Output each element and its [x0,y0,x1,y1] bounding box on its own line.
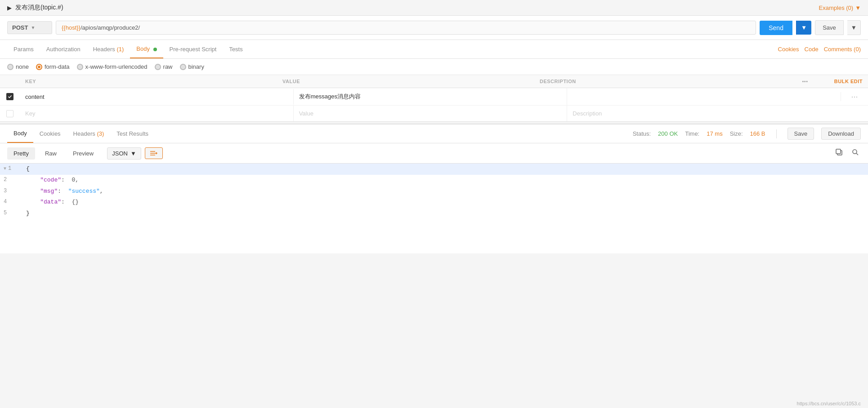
request-tabs-bar: Params Authorization Headers (1) Body Pr… [0,40,868,59]
response-tabs-bar: Body Cookies Headers (3) Test Results St… [0,124,868,143]
bulk-edit-button[interactable]: Bulk Edit [819,75,868,88]
cookies-link[interactable]: Cookies [778,46,799,53]
tab-headers[interactable]: Headers (1) [87,40,130,58]
size-value: 166 B [750,130,765,137]
col-key: KEY [20,75,277,88]
examples-button[interactable]: Examples (0) ▼ [819,4,861,11]
send-button[interactable]: Send [760,21,792,35]
copy-button[interactable] [834,147,845,160]
json-select-chevron-icon: ▼ [130,150,136,157]
col-value: VALUE [277,75,534,88]
wrap-icon [150,150,158,156]
row-value-cell[interactable]: 发布messages消息内容 [294,88,568,105]
empty-row-checkbox [0,106,20,121]
radio-form-data-icon [36,64,42,70]
code-line-1: ▼ 1 { [0,164,868,175]
code-line-4: 4 "data": {} [0,197,868,208]
save-dropdown-button[interactable]: ▼ [847,20,861,35]
row-checkbox-cell[interactable] [0,89,20,104]
resp-tab-test-results[interactable]: Test Results [110,125,155,142]
time-value: 17 ms [707,130,722,137]
response-toolbar: Pretty Raw Preview JSON ▼ [0,143,868,164]
tab-tests[interactable]: Tests [223,40,249,58]
row-checkbox-checked[interactable] [6,93,13,100]
format-pretty[interactable]: Pretty [7,147,35,160]
col-more[interactable]: ••• [792,75,819,88]
table-empty-row: Key Value Description [0,106,868,121]
line-num-1: ▼ 1 [0,164,22,174]
body-type-bar: none form-data x-www-form-urlencoded raw… [0,59,868,75]
radio-binary[interactable]: binary [180,63,204,70]
method-chevron-icon: ▼ [31,25,35,30]
radio-x-www-icon [77,64,83,70]
wrap-button[interactable] [145,147,163,159]
format-raw[interactable]: Raw [39,147,63,160]
tab-prerequest[interactable]: Pre-request Script [163,40,223,58]
row-more-cell[interactable]: ··· [841,89,868,105]
resp-tab-headers[interactable]: Headers (3) [67,125,111,142]
svg-point-5 [853,150,857,154]
code-link[interactable]: Code [805,46,819,53]
tab-params[interactable]: Params [7,40,40,58]
line-num-2: 2 [0,175,22,185]
response-download-button[interactable]: Download [821,128,861,140]
line-num-5: 5 [0,208,22,218]
bottom-status-url: https://bcs.cn/user/c/c/1053.c [797,399,861,408]
status-value: 200 OK [658,130,678,137]
url-template-part: {{host}} [62,24,81,31]
search-button[interactable] [850,147,861,160]
col-checkbox [0,75,20,88]
method-select[interactable]: POST ▼ [7,21,52,34]
json-format-select[interactable]: JSON ▼ [107,147,141,160]
line-num-4: 4 [0,197,22,207]
empty-row-more [841,110,868,117]
table-row: content 发布messages消息内容 ··· [0,88,868,106]
response-code-area: ▼ 1 { 2 "code": 0, 3 "msg": "success", 4… [0,164,868,253]
body-dot-indicator [153,48,157,51]
radio-none[interactable]: none [7,63,29,70]
toolbar-right-icons [834,147,861,160]
svg-rect-4 [836,149,841,154]
code-line-3: 3 "msg": "success", [0,186,868,197]
radio-none-icon [7,64,13,70]
form-table: KEY VALUE DESCRIPTION ••• Bulk Edit cont… [0,75,868,122]
collapse-arrow[interactable]: ▶ [7,4,12,11]
resp-tab-cookies[interactable]: Cookies [33,125,67,142]
request-title: 发布消息(topic.#) [15,4,815,12]
url-input[interactable]: {{host}}/apios/amqp/produce2/ [56,21,756,35]
code-line-2: 2 "code": 0, [0,175,868,186]
empty-key-cell[interactable]: Key [20,106,294,121]
radio-raw-icon [155,64,161,70]
tab-body[interactable]: Body [130,40,163,58]
resp-tab-body[interactable]: Body [7,124,33,143]
format-preview[interactable]: Preview [67,147,100,160]
send-dropdown-button[interactable]: ▼ [796,21,811,35]
radio-form-data[interactable]: form-data [36,63,70,70]
search-icon [852,149,859,156]
svg-line-6 [856,153,858,155]
radio-binary-icon [180,64,186,70]
url-bar: POST ▼ {{host}}/apios/amqp/produce2/ Sen… [0,16,868,40]
save-button[interactable]: Save [815,20,844,35]
line-num-3: 3 [0,186,22,196]
url-path-part: /apios/amqp/produce2/ [81,24,140,31]
top-bar: ▶ 发布消息(topic.#) Examples (0) ▼ [0,0,868,16]
empty-checkbox-icon [6,110,13,117]
examples-chevron-icon: ▼ [855,4,861,11]
code-line-5: 5 } [0,208,868,219]
response-status-area: Status: 200 OK Time: 17 ms Size: 166 B S… [633,128,861,140]
checkmark-icon [8,94,12,99]
empty-description-cell[interactable]: Description [567,106,841,121]
comments-link[interactable]: Comments (0) [824,46,861,53]
divider [776,129,777,138]
empty-value-cell[interactable]: Value [294,106,568,121]
tabs-right-actions: Cookies Code Comments (0) [778,46,861,53]
copy-icon [836,149,843,156]
response-save-button[interactable]: Save [787,128,814,140]
tab-authorization[interactable]: Authorization [40,40,87,58]
row-description-cell[interactable] [567,92,841,101]
radio-raw[interactable]: raw [155,63,173,70]
row-key-cell[interactable]: content [20,89,294,105]
radio-x-www-form-urlencoded[interactable]: x-www-form-urlencoded [77,63,148,70]
col-description: DESCRIPTION [534,75,792,88]
